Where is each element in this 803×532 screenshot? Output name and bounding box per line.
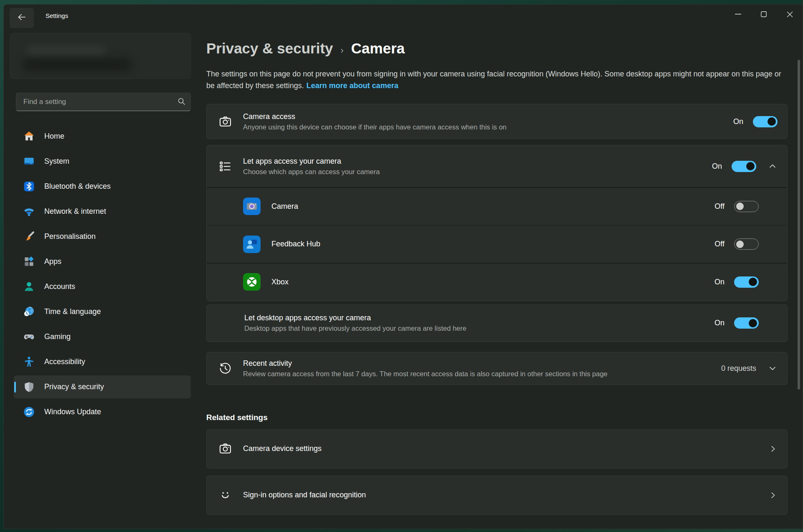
- desktop-apps-card: Let desktop apps access your camera Desk…: [206, 304, 788, 342]
- xbox-toggle[interactable]: [734, 276, 759, 288]
- sidebar-item-accessibility[interactable]: Accessibility: [14, 350, 191, 373]
- feedback-hub-icon: [243, 236, 261, 253]
- sidebar-item-windows-update[interactable]: Windows Update: [14, 400, 191, 423]
- window-title: Settings: [46, 12, 68, 19]
- camera-outline-icon: [218, 115, 232, 129]
- toggle-state-label: On: [712, 162, 722, 171]
- close-button[interactable]: [777, 5, 803, 24]
- titlebar: Settings: [4, 5, 803, 27]
- toggle-state-label: On: [714, 278, 724, 286]
- setting-title: Let apps access your camera: [243, 157, 380, 166]
- camera-access-toggle[interactable]: [753, 116, 778, 127]
- back-button[interactable]: [10, 8, 34, 28]
- camera-access-card: Camera access Anyone using this device c…: [206, 104, 788, 139]
- maximize-icon: [761, 11, 767, 17]
- personalisation-icon: [23, 231, 35, 243]
- app-row-feedback-hub: Feedback Hub Off: [207, 225, 787, 263]
- search-input[interactable]: [23, 97, 177, 106]
- camera-outline-icon: [218, 442, 232, 456]
- sidebar-item-label: Accessibility: [44, 357, 85, 366]
- search-box[interactable]: [16, 93, 191, 111]
- setting-title: Recent activity: [243, 359, 608, 368]
- let-apps-header[interactable]: Let apps access your camera Choose which…: [207, 145, 787, 187]
- home-icon: [23, 130, 35, 142]
- sidebar-item-label: Gaming: [44, 332, 71, 341]
- let-apps-toggle[interactable]: [732, 161, 756, 172]
- minimize-icon: [735, 14, 741, 15]
- sidebar-item-network[interactable]: Network & internet: [14, 200, 191, 223]
- sidebar-item-accounts[interactable]: Accounts: [14, 275, 191, 298]
- sidebar: Home System Bluetooth & devices: [4, 27, 197, 529]
- desktop-apps-toggle[interactable]: [734, 317, 759, 329]
- history-icon: [218, 362, 232, 375]
- related-item-label: Camera device settings: [243, 444, 322, 453]
- sidebar-item-label: Network & internet: [44, 207, 106, 216]
- sidebar-item-label: Time & language: [44, 307, 101, 316]
- setting-description: Desktop apps that have previously access…: [244, 324, 466, 332]
- toggle-state-label: On: [733, 117, 743, 126]
- sidebar-item-home[interactable]: Home: [14, 125, 191, 148]
- sidebar-item-label: System: [44, 157, 69, 166]
- let-apps-group: Let apps access your camera Choose which…: [206, 145, 788, 301]
- recent-activity-card[interactable]: Recent activity Review camera access fro…: [206, 352, 788, 385]
- vertical-scrollbar[interactable]: [798, 60, 800, 390]
- sidebar-item-label: Privacy & security: [44, 383, 104, 391]
- bluetooth-icon: [23, 180, 35, 193]
- related-item-label: Sign-in options and facial recognition: [243, 491, 366, 499]
- chevron-right-icon: [768, 491, 778, 500]
- app-name: Xbox: [271, 278, 289, 286]
- xbox-icon: [243, 273, 261, 291]
- apps-list-icon: [218, 160, 232, 173]
- setting-title: Let desktop apps access your camera: [244, 314, 466, 322]
- feedback-hub-toggle[interactable]: [734, 238, 759, 250]
- system-icon: [23, 155, 35, 167]
- accessibility-icon: [23, 356, 35, 368]
- sidebar-item-bluetooth[interactable]: Bluetooth & devices: [14, 175, 191, 198]
- sidebar-item-label: Home: [44, 132, 64, 141]
- close-icon: [787, 11, 793, 18]
- learn-more-link[interactable]: Learn more about camera: [307, 81, 398, 90]
- chevron-up-icon[interactable]: [768, 161, 778, 171]
- sidebar-item-personalisation[interactable]: Personalisation: [14, 225, 191, 248]
- apps-icon: [23, 256, 35, 268]
- breadcrumb-separator-icon: ›: [341, 45, 344, 56]
- sidebar-item-system[interactable]: System: [14, 150, 191, 173]
- chevron-down-icon[interactable]: [768, 363, 778, 373]
- minimize-button[interactable]: [725, 5, 751, 24]
- page-title: Camera: [351, 40, 405, 57]
- toggle-state-label: On: [714, 319, 724, 327]
- app-name: Camera: [271, 202, 298, 211]
- sidebar-item-apps[interactable]: Apps: [14, 250, 191, 273]
- sidebar-item-privacy-security[interactable]: Privacy & security: [14, 375, 191, 398]
- privacy-security-icon: [23, 381, 35, 393]
- breadcrumb-parent[interactable]: Privacy & security: [206, 40, 333, 57]
- toggle-state-label: Off: [714, 240, 724, 248]
- setting-description: Anyone using this device can choose if t…: [243, 123, 507, 131]
- app-row-camera: Camera Off: [207, 188, 787, 225]
- sidebar-item-label: Apps: [44, 257, 61, 266]
- sidebar-item-gaming[interactable]: Gaming: [14, 325, 191, 348]
- page-description-text: The settings on this page do not prevent…: [206, 70, 781, 90]
- back-arrow-icon: [17, 13, 26, 23]
- main-content: Privacy & security › Camera The settings…: [197, 27, 803, 529]
- toggle-state-label: Off: [714, 202, 724, 211]
- sidebar-nav: Home System Bluetooth & devices: [10, 125, 191, 423]
- app-row-xbox: Xbox On: [207, 263, 787, 301]
- sign-in-options-card[interactable]: Sign-in options and facial recognition: [206, 476, 788, 515]
- maximize-button[interactable]: [751, 5, 777, 24]
- face-smiley-icon: [218, 488, 232, 502]
- breadcrumb: Privacy & security › Camera: [206, 40, 788, 57]
- user-profile-card[interactable]: [10, 33, 191, 79]
- sidebar-item-label: Personalisation: [44, 232, 96, 241]
- camera-app-toggle[interactable]: [734, 201, 759, 212]
- network-icon: [23, 205, 35, 218]
- camera-app-icon: [243, 198, 261, 215]
- camera-device-settings-card[interactable]: Camera device settings: [206, 429, 788, 469]
- gaming-icon: [23, 331, 35, 343]
- sidebar-item-label: Accounts: [44, 282, 75, 291]
- setting-description: Review camera access from the last 7 day…: [243, 370, 608, 378]
- sidebar-item-time-language[interactable]: Time & language: [14, 300, 191, 323]
- recent-activity-count: 0 requests: [721, 364, 756, 373]
- setting-description: Choose which apps can access your camera: [243, 168, 380, 176]
- accounts-icon: [23, 281, 35, 293]
